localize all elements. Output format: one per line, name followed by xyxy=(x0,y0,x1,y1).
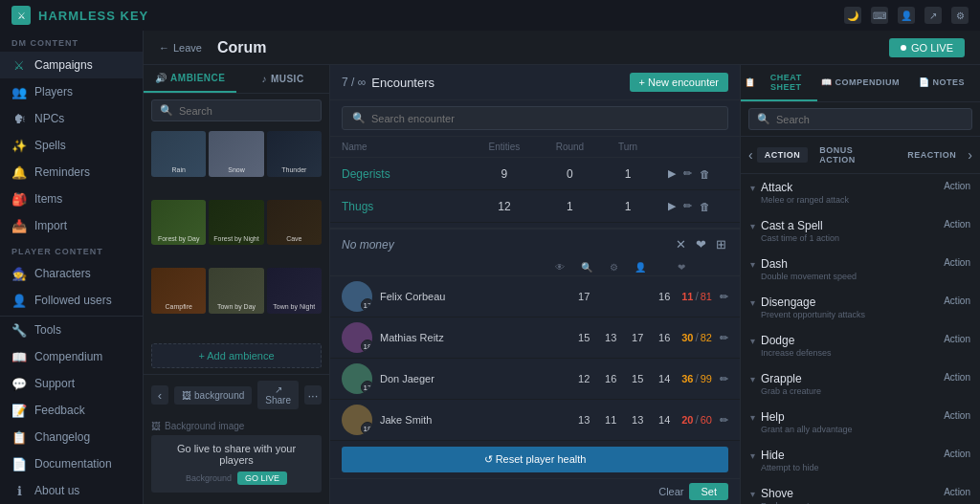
campaigns-icon: ⚔ xyxy=(11,57,27,73)
action-item[interactable]: ▾ Attack Melee or ranged attack Action xyxy=(741,174,980,212)
moon-icon[interactable]: 🌙 xyxy=(844,7,861,24)
action-content: Attack Melee or ranged attack xyxy=(761,181,938,205)
user-icon[interactable]: 👤 xyxy=(898,7,915,24)
action-item[interactable]: ▾ Help Grant an ally advantage Action xyxy=(741,404,980,442)
dm-section-label: DM CONTENT xyxy=(0,31,143,52)
action-item[interactable]: ▾ Grapple Grab a creature Action xyxy=(741,365,980,404)
sidebar-item-reminders[interactable]: 🔔 Reminders xyxy=(0,159,143,186)
action-desc: Melee or ranged attack xyxy=(761,195,938,205)
col-name: Name xyxy=(330,137,471,158)
action-item[interactable]: ▾ Dash Double movement speed Action xyxy=(741,251,980,289)
sidebar-item-documentation[interactable]: 📄 Documentation xyxy=(0,450,143,477)
go-live-button[interactable]: GO LIVE xyxy=(889,38,965,57)
sidebar-item-followed[interactable]: 👤 Followed users xyxy=(0,287,143,314)
ambience-card[interactable]: Forest by Night xyxy=(209,200,263,246)
new-encounter-button[interactable]: + New encounter xyxy=(630,73,728,92)
cheat-sheet-icon: 📋 xyxy=(745,77,756,87)
main-layout: DM CONTENT ⚔ Campaigns 👥 Players 🗣 NPCs … xyxy=(0,31,980,504)
play-encounter-button[interactable]: ▶ xyxy=(666,198,678,214)
enc-search-input[interactable] xyxy=(371,113,718,124)
player-section-label: PLAYER CONTENT xyxy=(0,239,143,260)
share-label: Share xyxy=(265,395,291,405)
encounters-table: Name Entities Round Turn Degerists 9 0 1… xyxy=(330,137,740,228)
tab-reaction[interactable]: REACTION xyxy=(900,147,964,163)
reset-health-button[interactable]: ↺ Reset player health xyxy=(342,447,728,472)
share-button[interactable]: ↗ Share xyxy=(257,381,299,409)
edit-encounter-button[interactable]: ✏ xyxy=(681,165,694,182)
player-row: 17 Don Jaeger 12161514 36 / 99 ✏ xyxy=(330,359,740,400)
tab-compendium[interactable]: 📖 COMPENDIUM xyxy=(817,65,903,101)
right-panel-tabs: 📋 CHEAT SHEET 📖 COMPENDIUM 📄 NOTES xyxy=(741,65,980,102)
layout-toggle[interactable]: ⊞ xyxy=(714,235,728,253)
sidebar-item-import[interactable]: 📥 Import xyxy=(0,212,143,239)
action-name: Help xyxy=(761,410,938,424)
tab-ambience[interactable]: 🔊 AMBIENCE xyxy=(144,65,236,93)
background-button[interactable]: 🖼 background xyxy=(174,386,252,405)
sidebar-item-about[interactable]: ℹ About us xyxy=(0,477,143,504)
encounter-name[interactable]: Degerists xyxy=(330,158,471,190)
settings-icon[interactable]: ⚙ xyxy=(951,7,969,24)
tab-bonus-action[interactable]: BONUS ACTION xyxy=(812,142,896,167)
sidebar-item-players[interactable]: 👥 Players xyxy=(0,78,143,105)
ambience-card[interactable]: Rain xyxy=(151,131,206,177)
sidebar-item-npcs[interactable]: 🗣 NPCs xyxy=(0,105,143,132)
player-edit-button[interactable]: ✏ xyxy=(720,291,728,303)
action-item[interactable]: ▾ Cast a Spell Cast time of 1 action Act… xyxy=(741,212,980,251)
delete-encounter-button[interactable]: 🗑 xyxy=(698,166,712,182)
sidebar-item-spells[interactable]: ✨ Spells xyxy=(0,132,143,159)
ambience-card[interactable]: Snow xyxy=(209,131,263,177)
sidebar-item-tools[interactable]: 🔧 Tools xyxy=(0,317,143,343)
edit-encounter-button[interactable]: ✏ xyxy=(681,198,694,214)
go-live-dot xyxy=(901,45,906,51)
action-prev-button[interactable]: ‹ xyxy=(748,147,753,163)
action-item[interactable]: ▾ Dodge Increase defenses Action xyxy=(741,327,980,365)
keyboard-icon[interactable]: ⌨ xyxy=(871,7,888,24)
action-item[interactable]: ▾ Hide Attempt to hide Action xyxy=(741,442,980,480)
leave-label: Leave xyxy=(173,42,202,54)
hp-toggle[interactable]: ❤ xyxy=(694,235,708,253)
set-button[interactable]: Set xyxy=(689,483,728,500)
tab-notes[interactable]: 📄 NOTES xyxy=(903,65,980,101)
action-content: Help Grant an ally advantage xyxy=(761,410,938,434)
delete-encounter-button[interactable]: 🗑 xyxy=(698,199,712,214)
tab-action[interactable]: ACTION xyxy=(757,147,809,163)
player-edit-button[interactable]: ✏ xyxy=(720,373,728,385)
sidebar-item-campaigns[interactable]: ⚔ Campaigns xyxy=(0,52,143,78)
ambience-card[interactable]: Forest by Day xyxy=(151,200,206,246)
ambience-card[interactable]: Thunder xyxy=(267,131,322,177)
eye-toggle[interactable]: ✕ xyxy=(674,235,688,253)
leave-button[interactable]: ← Leave xyxy=(159,42,202,54)
more-options-button[interactable]: ··· xyxy=(304,385,322,405)
ambience-search-input[interactable] xyxy=(179,105,313,117)
clear-button[interactable]: Clear xyxy=(658,483,683,500)
player-stat: 16 xyxy=(655,291,674,302)
play-encounter-button[interactable]: ▶ xyxy=(666,165,678,182)
encounter-name[interactable]: Thugs xyxy=(330,190,471,223)
add-ambience-button[interactable]: + Add ambience xyxy=(151,343,322,368)
player-edit-button[interactable]: ✏ xyxy=(720,414,728,427)
sidebar-item-import-label: Import xyxy=(34,219,67,232)
ambience-card[interactable]: Town by Day xyxy=(209,268,263,314)
player-edit-button[interactable]: ✏ xyxy=(720,332,728,344)
sidebar-item-items[interactable]: 🎒 Items xyxy=(0,186,143,212)
share-icon[interactable]: ↗ xyxy=(924,7,942,24)
sidebar-item-changelog[interactable]: 📋 Changelog xyxy=(0,424,143,450)
clear-set-row: Clear Set xyxy=(330,478,740,504)
ambience-card[interactable]: Campfire xyxy=(151,268,206,314)
right-search-input[interactable] xyxy=(776,114,964,125)
sidebar-item-support[interactable]: 💬 Support xyxy=(0,370,143,397)
tab-music[interactable]: ♪ MUSIC xyxy=(236,65,329,93)
ambience-card[interactable]: Town by Night xyxy=(267,268,322,314)
action-item[interactable]: ▾ Disengage Prevent opportunity attacks … xyxy=(741,289,980,327)
ambience-card[interactable]: Cave xyxy=(267,200,322,246)
tab-cheat-sheet[interactable]: 📋 CHEAT SHEET xyxy=(741,65,817,101)
compendium-tab-icon: 📖 xyxy=(821,77,833,87)
sidebar-item-feedback[interactable]: 📝 Feedback xyxy=(0,397,143,424)
action-name: Grapple xyxy=(761,372,938,385)
prev-nav-button[interactable]: ‹ xyxy=(151,385,168,405)
action-next-button[interactable]: › xyxy=(968,147,972,163)
sidebar-item-compendium[interactable]: 📖 Compendium xyxy=(0,343,143,370)
action-item[interactable]: ▾ Shove Push a creature Action xyxy=(741,480,980,504)
sidebar-item-characters[interactable]: 🧙 Characters xyxy=(0,260,143,287)
go-live-small-button[interactable]: GO LIVE xyxy=(237,471,287,485)
